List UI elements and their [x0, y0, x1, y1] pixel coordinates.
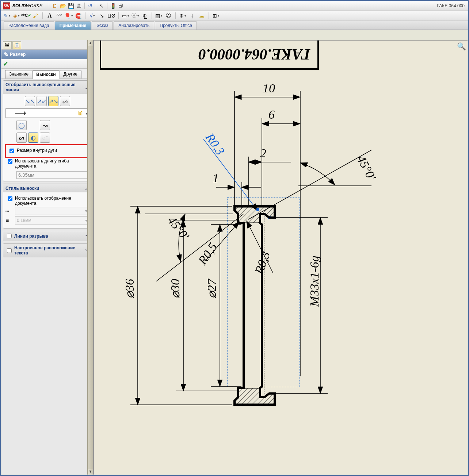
leader-in-button[interactable]: ↗↙	[37, 96, 47, 106]
brand-bold: SOLID	[12, 3, 26, 8]
group-leader-display: Отобразить выноску/выносные линии ↘↖ ↗↙ …	[3, 80, 92, 181]
brand-thin: WORKS	[26, 3, 42, 8]
options-button[interactable]: 🗗	[117, 2, 125, 10]
brand-menu-arrow[interactable]	[42, 2, 47, 10]
document-style-icon: 🗎	[77, 110, 84, 117]
check-dim-inside-arc[interactable]: Размер внутри дуги	[7, 147, 87, 156]
centerline-button[interactable]: ⟊	[188, 12, 196, 20]
feature-tree-tab[interactable]: 🏛	[3, 41, 12, 49]
datum-button[interactable]: Ⓐ	[131, 12, 139, 20]
datum-target-button[interactable]: ⊕̲	[141, 12, 149, 20]
ok-button[interactable]: ✔	[3, 60, 8, 68]
tab-view-layout[interactable]: Расположение вида	[4, 21, 54, 30]
arc-opp-button[interactable]: ◐	[28, 133, 38, 143]
dim-inside-arc-checkbox[interactable]	[9, 149, 14, 153]
leader-smart-button[interactable]: ↗↘	[48, 96, 58, 106]
group-break-header[interactable]: Линии разрыва	[3, 231, 91, 241]
solid-leader-button[interactable]: ◯	[16, 120, 27, 130]
subtab-leaders[interactable]: Выноски	[32, 70, 60, 79]
arrow-icon: ⟶	[15, 108, 25, 118]
use-doc-bend-checkbox[interactable]	[8, 159, 12, 164]
highlighted-option: Размер внутри дуги	[5, 144, 90, 158]
svg-line-29	[247, 221, 273, 273]
arrow-style-dropdown[interactable]: ⟶ 🗎 ▾	[5, 108, 89, 118]
check-use-doc-display[interactable]: Использовать отображение документа	[5, 195, 89, 207]
group-custom-text-header[interactable]: Настроенное расположение текста	[3, 244, 91, 257]
custom-text-checkbox[interactable]	[7, 248, 12, 253]
tables-button[interactable]: ⊞	[212, 12, 220, 20]
leader-out-button[interactable]: ↘↖	[25, 96, 35, 106]
revision-cloud-button[interactable]: ☁	[198, 12, 206, 20]
group-break-lines: Линии разрыва	[3, 231, 92, 241]
smart-dim-button[interactable]: ✎	[3, 12, 11, 20]
rebuild-button[interactable]: 🚦	[109, 2, 117, 10]
select-button[interactable]: ↖	[98, 2, 106, 10]
title-block-text: ГАКЕ.064.0000.0	[198, 46, 310, 63]
hatch-button[interactable]: ▨	[155, 12, 163, 20]
balloon-button[interactable]: 🎈	[65, 12, 73, 20]
note-button[interactable]: A	[46, 12, 54, 20]
document-title: ГАКЕ.064.000	[437, 3, 466, 8]
linear-pattern-button[interactable]: ᴬᴬᴬ	[55, 12, 63, 20]
property-title: Размер	[10, 52, 26, 57]
tab-evaluate[interactable]: Анализировать	[114, 21, 154, 30]
tab-office[interactable]: Продукты Office	[155, 21, 197, 30]
centermark-button[interactable]: ⊕	[179, 12, 187, 20]
command-tabs: Расположение вида Примечание Эскиз Анали…	[1, 20, 468, 30]
hole-callout-button[interactable]: ⊔Ø	[107, 12, 115, 20]
title-bar: SW SOLIDWORKS 🗋 📂 💾 🖶 ↺ ↖ 🚦 🗗 ГАКЕ.064.0…	[1, 1, 468, 11]
surface-finish-button[interactable]: √	[88, 12, 96, 20]
line-style-icon: ┉	[5, 208, 13, 215]
use-doc-display-checkbox[interactable]	[8, 196, 12, 201]
dimension-icon: ✎	[4, 51, 8, 58]
drawing-title-block: ГАКЕ.064.0000.0	[100, 41, 319, 70]
check-use-doc-bend[interactable]: Использовать длину сгиба документа	[5, 157, 89, 170]
weld-symbol-button[interactable]: ↘	[98, 12, 106, 20]
gtol-button[interactable]: ▭	[122, 12, 130, 20]
model-items-button[interactable]: ◈	[12, 12, 20, 20]
property-manager-panel: 🏛 📋 ✎ Размер ? ✔ Значение Выноски Другие…	[1, 40, 94, 475]
property-tab[interactable]: 📋	[12, 41, 21, 49]
group-leader-style: Стиль выноски Использовать отображение д…	[3, 184, 92, 229]
line-weight-dropdown: 0.18мм▾	[15, 216, 89, 224]
arc-ext-button[interactable]: ᔕ	[16, 133, 27, 143]
group-leader-display-header[interactable]: Отобразить выноску/выносные линии	[3, 81, 91, 94]
open-button[interactable]: 📂	[59, 2, 67, 10]
broken-leader-button[interactable]: ↝	[40, 120, 50, 130]
zoom-to-fit-icon[interactable]: 🔍	[457, 42, 466, 51]
tab-sketch[interactable]: Эскиз	[92, 21, 113, 30]
annotation-toolbar: ✎ ◈ ᴬᴮⅭ✓ 🖌 A ᴬᴬᴬ 🎈 🧲 √ ↘ ⊔Ø ▭ Ⓐ ⊕̲ ▨ Ⓐ ⊕…	[1, 11, 468, 20]
spell-check-button[interactable]: ᴬᴮⅭ✓	[22, 12, 30, 20]
subtab-value[interactable]: Значение	[5, 70, 33, 78]
scroll-up-button[interactable]: ▲	[88, 40, 93, 46]
drawing-svg	[94, 77, 469, 442]
leader-directed-button[interactable]: ᔕ	[60, 96, 70, 106]
new-button[interactable]: 🗋	[51, 2, 59, 10]
scroll-down-button[interactable]: ▼	[88, 469, 93, 475]
undo-button[interactable]: ↺	[86, 2, 94, 10]
subtab-other[interactable]: Другие	[60, 70, 81, 78]
arc-cond-button[interactable]: ○ᐨ	[40, 133, 50, 143]
block-button[interactable]: Ⓐ	[164, 12, 172, 20]
tab-annotation[interactable]: Примечание	[55, 21, 91, 30]
group-leader-style-header[interactable]: Стиль выноски	[3, 184, 91, 192]
group-custom-text-pos: Настроенное расположение текста	[3, 243, 92, 257]
format-painter-button[interactable]: 🖌	[31, 12, 39, 20]
drawing-canvas[interactable]: 🔍 ГАКЕ.064.0000.0 10 6 2 1 R0,3 45°0' 45…	[94, 40, 468, 475]
magnet-line-button[interactable]: 🧲	[74, 12, 82, 20]
svg-line-30	[203, 139, 258, 211]
property-header: ✎ Размер ?	[1, 50, 93, 59]
save-button[interactable]: 💾	[67, 2, 75, 10]
print-button[interactable]: 🖶	[75, 2, 83, 10]
break-lines-checkbox[interactable]	[7, 234, 12, 238]
bend-length-input	[16, 171, 89, 179]
line-style-dropdown: ▾	[15, 207, 89, 215]
panel-scrollbar[interactable]: ▲ ▼	[87, 40, 93, 475]
line-weight-icon: ≡	[5, 217, 13, 224]
svg-line-14	[156, 214, 244, 281]
svg-line-28	[206, 222, 239, 260]
app-logo-icon: SW	[3, 2, 10, 9]
